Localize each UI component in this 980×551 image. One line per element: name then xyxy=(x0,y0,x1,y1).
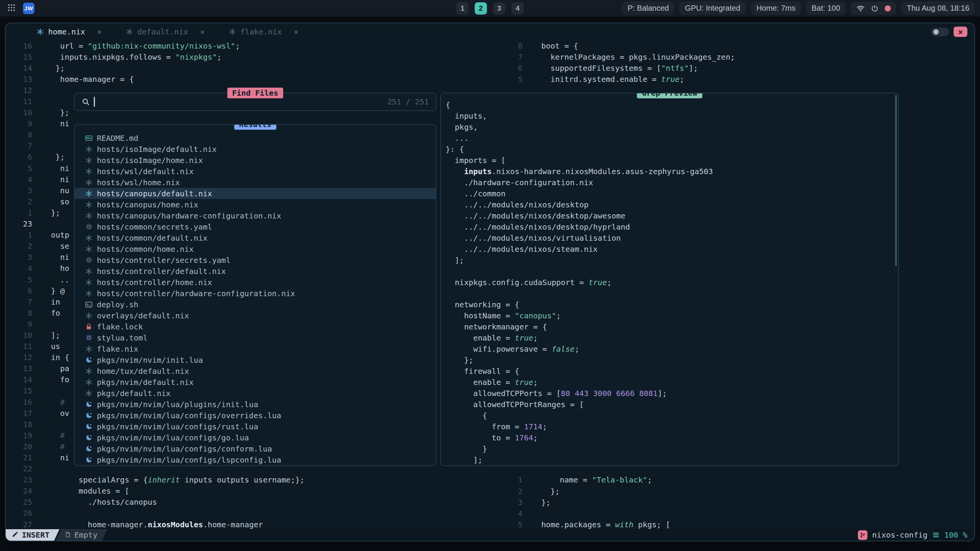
code-text: ni xyxy=(51,253,69,262)
tab-bar: home.nix×default.nix×flake.nix× × xyxy=(6,23,974,40)
result-row[interactable]: hosts/isoImage/default.nix xyxy=(75,143,436,155)
status-module[interactable]: GPU: Integrated xyxy=(679,2,746,15)
result-row[interactable]: overlays/default.nix xyxy=(75,310,436,321)
wifi-icon[interactable] xyxy=(856,4,865,13)
code-segment: ; xyxy=(533,433,538,442)
workspace-button-3[interactable]: 3 xyxy=(493,2,505,15)
code-text: kernelPackages = pkgs.linuxPackages_zen; xyxy=(541,52,735,62)
result-row[interactable]: stylua.toml xyxy=(75,332,436,343)
result-row[interactable]: hosts/controller/hardware-configuration.… xyxy=(75,288,436,299)
result-row[interactable]: flake.nix xyxy=(75,343,436,354)
workspace-button-1[interactable]: 1 xyxy=(456,2,469,15)
clock[interactable]: Thu Aug 08, 18:16 xyxy=(902,2,975,15)
code-segment: inputs.nixpkgs.follows = xyxy=(51,52,175,62)
code-line[interactable]: 5 initrd.systemd.enable = true; xyxy=(496,73,974,85)
result-row[interactable]: pkgs/nvim/nvim/lua/configs/rust.lua xyxy=(75,421,436,432)
logo-badge[interactable]: JW xyxy=(23,3,34,14)
nix-file-icon xyxy=(85,234,93,242)
code-line[interactable]: 6 supportedFilesystems = ["ntfs"]; xyxy=(496,62,974,73)
result-label: hosts/controller/home.nix xyxy=(97,278,212,287)
code-line[interactable]: 1 name = "Tela-black"; xyxy=(496,474,974,486)
status-module[interactable]: Home: 7ms xyxy=(751,2,801,15)
line-number: 8 xyxy=(6,130,32,139)
result-row[interactable]: hosts/canopus/home.nix xyxy=(75,199,436,210)
status-module[interactable]: P: Balanced xyxy=(622,2,674,15)
result-row[interactable]: pkgs/nvim/nvim/lua/configs/overrides.lua xyxy=(75,410,436,421)
code-line[interactable]: 5home.packages = with pkgs; [ xyxy=(496,519,974,529)
app-launcher-button[interactable] xyxy=(5,2,18,15)
tab-close-icon[interactable]: × xyxy=(97,28,101,36)
code-line[interactable]: 2 }; xyxy=(496,486,974,497)
result-row[interactable]: pkgs/nvim/nvim/lua/configs/conform.lua xyxy=(75,443,436,454)
preview-scrollbar[interactable] xyxy=(895,95,897,266)
result-row[interactable]: README.md xyxy=(75,132,436,143)
code-segment: pa xyxy=(51,364,69,373)
window-pin-toggle[interactable] xyxy=(931,28,949,36)
code-text: in { xyxy=(51,353,69,362)
result-row[interactable]: flake.lock xyxy=(75,321,436,332)
result-row[interactable]: hosts/controller/home.nix xyxy=(75,277,436,288)
result-row[interactable]: hosts/controller/secrets.yaml xyxy=(75,254,436,266)
tab-close-icon[interactable]: × xyxy=(200,28,204,36)
status-modules: P: BalancedGPU: IntegratedHome: 7msBat: … xyxy=(622,2,845,15)
result-row[interactable]: pkgs/nvim/nvim/lua/plugins/init.lua xyxy=(75,399,436,410)
window-close-button[interactable]: × xyxy=(954,27,967,37)
code-line[interactable]: 8boot = { xyxy=(496,40,974,51)
result-row[interactable]: hosts/controller/default.nix xyxy=(75,266,436,277)
tab-flake.nix[interactable]: flake.nix× xyxy=(229,27,299,36)
result-row[interactable]: hosts/isoImage/home.nix xyxy=(75,155,436,166)
code-line[interactable]: 7 kernelPackages = pkgs.linuxPackages_ze… xyxy=(496,51,974,62)
result-row[interactable]: hosts/canopus/hardware-configuration.nix xyxy=(75,210,436,221)
result-label: hosts/common/secrets.yaml xyxy=(97,222,212,231)
code-line[interactable]: 3}; xyxy=(496,497,974,508)
result-row[interactable]: pkgs/nvim/nvim/lua/configs/lspconfig.lua xyxy=(75,454,436,465)
code-segment: 80 443 3000 6666 8081 xyxy=(561,389,658,398)
line-number: 25 xyxy=(6,497,32,507)
code-segment: initrd.systemd.enable = xyxy=(541,75,661,84)
result-row[interactable]: pkgs/nvim/default.nix xyxy=(75,377,436,388)
result-row[interactable]: hosts/common/home.nix xyxy=(75,243,436,254)
code-text: home-manager.nixosModules.home-manager xyxy=(51,520,263,529)
code-segment: allowedTCPPorts = [ xyxy=(446,389,561,398)
nix-file-icon xyxy=(85,390,93,397)
result-row[interactable]: pkgs/default.nix xyxy=(75,388,436,399)
line-number: 5 xyxy=(6,275,32,284)
nix-snowflake-icon xyxy=(36,28,44,36)
result-row[interactable]: hosts/wsl/home.nix xyxy=(75,177,436,188)
result-row[interactable]: home/tux/default.nix xyxy=(75,365,436,377)
workspace-button-4[interactable]: 4 xyxy=(511,2,524,15)
result-row[interactable]: hosts/canopus/default.nix xyxy=(75,188,436,199)
gear-file-icon xyxy=(85,223,93,230)
power-icon[interactable] xyxy=(871,5,879,12)
result-row[interactable]: hosts/common/secrets.yaml xyxy=(75,221,436,232)
code-segment: true xyxy=(588,278,607,287)
result-label: README.md xyxy=(97,134,138,143)
system-tray xyxy=(851,2,896,15)
result-row[interactable]: hosts/wsl/default.nix xyxy=(75,166,436,177)
preview-line: pkgs, xyxy=(446,122,898,134)
workspace-button-2[interactable]: 2 xyxy=(475,2,487,15)
tab-close-icon[interactable]: × xyxy=(294,28,298,36)
code-segment: ]; xyxy=(658,389,667,398)
status-module[interactable]: Bat: 100 xyxy=(806,2,846,15)
line-number: 27 xyxy=(6,520,32,529)
line-number: 21 xyxy=(6,453,32,462)
preview-line xyxy=(446,267,898,278)
tab-home.nix[interactable]: home.nix× xyxy=(36,27,102,36)
line-number: 18 xyxy=(6,420,32,429)
result-label: flake.nix xyxy=(97,344,138,354)
code-segment: ; xyxy=(217,52,221,62)
indicator-dot-icon[interactable] xyxy=(885,5,891,11)
code-text: # xyxy=(51,398,65,407)
result-row[interactable]: pkgs/nvim/nvim/lua/configs/go.lua xyxy=(75,432,436,443)
tab-default.nix[interactable]: default.nix× xyxy=(126,27,205,36)
result-row[interactable]: hosts/common/default.nix xyxy=(75,232,436,243)
line-number: 9 xyxy=(6,119,32,128)
preview-line: } xyxy=(446,444,898,455)
code-line[interactable]: 4 xyxy=(496,508,974,519)
line-number: 17 xyxy=(6,409,32,418)
find-files-window[interactable]: Find Files 251 / 251 xyxy=(74,93,436,111)
result-row[interactable]: deploy.sh xyxy=(75,299,436,310)
result-row[interactable]: pkgs/nvim/nvim/init.lua xyxy=(75,354,436,365)
code-segment: }; xyxy=(541,487,560,496)
